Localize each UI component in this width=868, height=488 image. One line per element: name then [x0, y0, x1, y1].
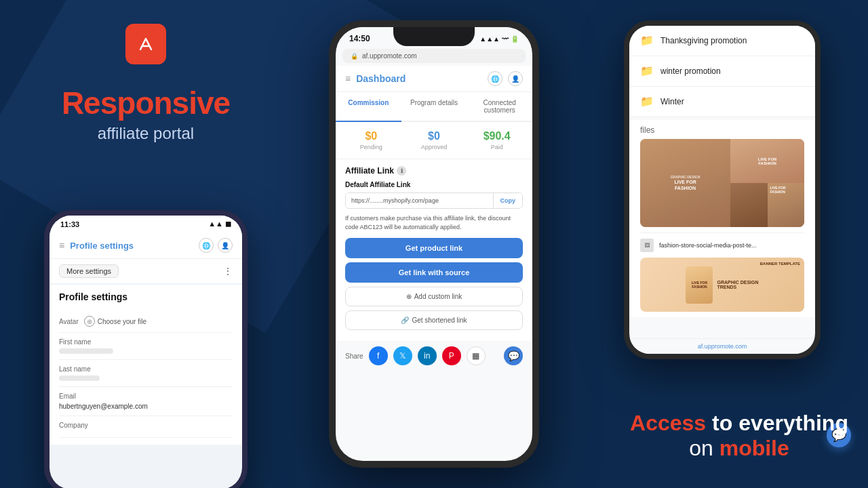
folder-name-winter: Winter	[660, 97, 684, 106]
fashion-image-grid: GRAPHIC DESIGN LIVE FORFASHION LIVE FORF…	[640, 139, 804, 227]
get-product-link-btn[interactable]: Get product link	[345, 238, 523, 258]
banner-image: BANNER TEMPLATE LIVE FORFASHION GRAPHIC …	[640, 258, 804, 312]
image-grid-bottom-right: LIVE FORFASHION	[730, 183, 804, 227]
avatar-row: Avatar ⊕ Choose your file	[59, 310, 233, 333]
folder-icon-winter-promo: 📁	[640, 64, 654, 78]
default-link-label: Default Affiliate Link	[345, 181, 523, 188]
center-phone-time: 14:50	[349, 34, 370, 43]
center-phone-mockup: 14:50 ▲▲▲ 〰 🔋 🔒 af.uppromote.com ≡ Dashb…	[329, 20, 539, 468]
lastname-field: Last name	[59, 360, 233, 387]
stat-pending: $0 Pending	[341, 130, 401, 150]
wifi-icon: 〰	[502, 35, 509, 43]
signal-icon: ▲▲▲	[479, 35, 500, 43]
stat-approved: $0 Approved	[404, 130, 465, 150]
globe-icon-center: 🌐	[488, 71, 502, 86]
image-grid-right: LIVE FORFASHION LIVE FORFASHION	[730, 139, 804, 227]
right-phone-mockup: 📁 Thanksgiving promotion 📁 winter promot…	[624, 20, 821, 359]
twitter-share-btn[interactable]: 𝕏	[393, 346, 412, 365]
link-input-row: https://........myshopify.com/page Copy	[345, 192, 523, 209]
approved-label: Approved	[404, 144, 465, 150]
firstname-label: First name	[59, 338, 233, 346]
left-section: Responsive affiliate portal 11:33 ▲▲ ◼ ≡…	[0, 0, 292, 488]
get-link-with-source-btn[interactable]: Get link with source	[345, 262, 523, 283]
firstname-value-bar	[59, 348, 113, 354]
folder-winter: 📁 Winter	[629, 87, 815, 117]
avatar-choose[interactable]: ⊕ Choose your file	[84, 316, 146, 327]
file-thumbnail-icon: 🖼	[640, 239, 654, 252]
info-icon: ℹ	[397, 166, 406, 176]
folder-icon-winter: 📁	[640, 95, 654, 108]
tab-connected-customers[interactable]: Connected customers	[467, 92, 532, 121]
tab-commission[interactable]: Commission	[336, 92, 401, 122]
folder-thanksgiving: 📁 Thanksgiving promotion	[629, 26, 815, 56]
image-grid-top-right: LIVE FORFASHION	[730, 139, 804, 183]
lastname-value-bar	[59, 375, 100, 381]
stat-paid: $90.4 Paid	[467, 130, 527, 150]
paid-label: Paid	[467, 144, 527, 150]
email-label: Email	[59, 392, 233, 400]
left-phone-icons: ▲▲ ◼	[208, 220, 231, 228]
stats-row: $0 Pending $0 Approved $90.4 Paid	[336, 122, 532, 159]
pinterest-share-btn[interactable]: P	[442, 346, 461, 365]
user-icon-center: 👤	[508, 71, 523, 86]
files-label: files	[640, 120, 804, 139]
left-phone-time: 11:33	[60, 220, 79, 228]
more-settings-bar: More settings ⋮	[50, 259, 242, 283]
notice-text: If customers make purchase via this affi…	[345, 214, 523, 231]
browser-bar: 🔒 af.uppromote.com	[342, 49, 526, 63]
profile-settings-title: Profile settings	[70, 241, 134, 251]
left-phone-status: 11:33 ▲▲ ◼	[50, 216, 242, 232]
tab-program-details[interactable]: Program details	[401, 92, 467, 121]
profile-settings-section: Profile settings Avatar ⊕ Choose your fi…	[50, 285, 242, 445]
avatar-plus-icon: ⊕	[84, 316, 95, 327]
image-grid-rb1	[730, 183, 767, 227]
qr-code-btn[interactable]: ▦	[467, 346, 486, 365]
status-icons: ▲▲▲ 〰 🔋	[479, 35, 519, 43]
add-custom-link-btn[interactable]: ⊕ Add custom link	[345, 287, 523, 306]
approved-value: $0	[404, 130, 465, 142]
file-name: fashion-store-social-media-post-te...	[659, 242, 757, 249]
tagline-sub: affiliate portal	[98, 124, 194, 143]
lock-icon: 🔒	[351, 53, 358, 60]
get-shortened-link-btn[interactable]: 🔗 Get shortened link	[345, 310, 523, 330]
plus-circle-icon: ⊕	[406, 293, 412, 300]
globe-icon: 🌐	[199, 238, 214, 253]
battery-icon: 🔋	[511, 35, 519, 43]
center-phone-wrap: 14:50 ▲▲▲ 〰 🔋 🔒 af.uppromote.com ≡ Dashb…	[329, 20, 539, 468]
profile-settings-heading: Profile settings	[59, 291, 233, 302]
image-grid-left: GRAPHIC DESIGN LIVE FORFASHION	[640, 139, 730, 227]
paid-value: $90.4	[467, 130, 527, 142]
file-name-row: 🖼 fashion-store-social-media-post-te...	[640, 232, 804, 258]
company-label: Company	[59, 422, 233, 429]
right-section: 📁 Thanksgiving promotion 📁 winter promot…	[597, 0, 868, 488]
share-row: Share f 𝕏 in P ▦ 💬	[336, 341, 532, 371]
more-settings-btn[interactable]: More settings	[59, 264, 119, 278]
access-line2: on mobile	[624, 436, 854, 461]
files-section: files GRAPHIC DESIGN LIVE FORFASHION LIV…	[629, 120, 815, 317]
link-icon: 🔗	[401, 317, 409, 324]
access-line1: Access to everything	[624, 411, 854, 436]
linkedin-share-btn[interactable]: in	[418, 346, 437, 365]
firstname-field: First name	[59, 333, 233, 360]
company-field: Company	[59, 416, 233, 438]
dashboard-nav-title: Dashboard	[356, 73, 406, 84]
user-icon: 👤	[218, 238, 233, 253]
image-grid-rb2: LIVE FORFASHION	[768, 183, 804, 227]
folder-name-winter-promo: winter promotion	[660, 66, 721, 76]
tagline-main: Responsive	[62, 85, 230, 121]
tabs-row: Commission Program details Connected cus…	[336, 92, 532, 122]
folder-icon-thanksgiving: 📁	[640, 34, 654, 47]
avatar-choose-text: Choose your file	[98, 318, 146, 325]
chat-btn[interactable]: 💬	[504, 346, 523, 365]
email-field: Email hubertnguyen@example.com	[59, 387, 233, 416]
folder-winter-promo: 📁 winter promotion	[629, 56, 815, 87]
access-on: on	[689, 436, 719, 460]
copy-btn[interactable]: Copy	[493, 193, 523, 208]
access-accent-word: Access	[630, 411, 706, 435]
dashboard-nav-right: 🌐 👤	[488, 71, 523, 86]
facebook-share-btn[interactable]: f	[369, 346, 388, 365]
link-url: https://........myshopify.com/page	[346, 193, 493, 208]
folders-list: 📁 Thanksgiving promotion 📁 winter promot…	[629, 26, 815, 117]
affiliate-link-section: Affiliate Link ℹ Default Affiliate Link …	[336, 159, 532, 341]
avatar-label: Avatar	[59, 318, 79, 325]
